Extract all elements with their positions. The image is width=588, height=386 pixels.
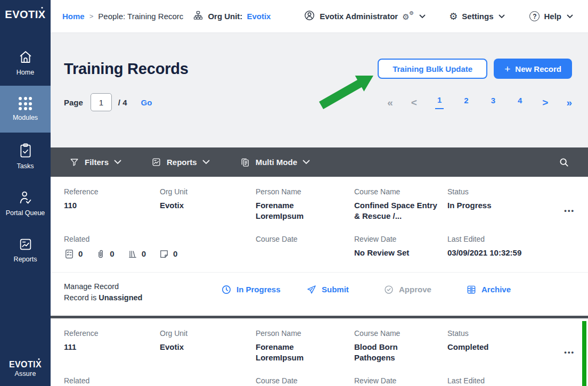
sidebar-item-tasks[interactable]: Tasks bbox=[0, 133, 51, 179]
help-question-icon: ? bbox=[529, 11, 540, 21]
tasks-clipboard-icon bbox=[18, 143, 33, 159]
submit-action-button[interactable]: Submit bbox=[306, 284, 383, 295]
breadcrumb-separator: > bbox=[89, 12, 94, 20]
manage-record-row: Manage Record Record is Unassigned In Pr… bbox=[51, 272, 588, 305]
checklist-doc-icon bbox=[64, 249, 75, 259]
pagination: « < 1 2 3 4 > » bbox=[387, 95, 572, 109]
pagination-page-1[interactable]: 1 bbox=[435, 95, 444, 109]
plus-icon: + bbox=[504, 64, 510, 74]
go-button[interactable]: Go bbox=[141, 98, 152, 107]
breadcrumb-home-link[interactable]: Home bbox=[62, 12, 85, 21]
settings-label: Settings bbox=[462, 12, 493, 21]
course-name-value: Confined Space Entry & Rescue /... bbox=[354, 200, 439, 222]
org-unit-field: Org Unit Evotix bbox=[160, 329, 256, 364]
reports-chart-icon bbox=[18, 237, 33, 252]
assignment-value: Unassigned bbox=[99, 293, 142, 302]
sidebar-item-modules[interactable]: Modules bbox=[0, 86, 51, 133]
multi-mode-copy-icon bbox=[240, 157, 250, 168]
filters-dropdown[interactable]: Filters bbox=[69, 157, 121, 167]
sidebar-item-reports[interactable]: Reports bbox=[0, 226, 51, 273]
archive-action-button[interactable]: Archive bbox=[466, 284, 511, 295]
record-more-menu-button[interactable]: ••• bbox=[564, 341, 575, 364]
filter-icon bbox=[69, 157, 79, 167]
record-card: Reference 111 Org Unit Evotix Person Nam… bbox=[51, 318, 588, 386]
approve-badge-icon bbox=[383, 284, 394, 295]
reference-value: 110 bbox=[64, 200, 151, 211]
last-edited-value: 03/09/2021 10:32:59 bbox=[447, 248, 544, 258]
clock-icon bbox=[221, 284, 232, 295]
related-notes-chip[interactable]: 0 bbox=[159, 249, 177, 259]
page-total: / 4 bbox=[118, 98, 127, 107]
course-name-field: Course Name Blood Born Pathogens bbox=[354, 329, 447, 364]
org-unit-value-link[interactable]: Evotix bbox=[247, 12, 271, 21]
pagination-prev-button[interactable]: < bbox=[411, 97, 417, 108]
list-toolbar: Filters Reports Multi Mode bbox=[51, 147, 588, 177]
search-icon[interactable] bbox=[558, 157, 570, 168]
reports-dropdown[interactable]: Reports bbox=[151, 157, 210, 167]
related-library-chip[interactable]: 0 bbox=[127, 249, 146, 259]
pagination-first-button[interactable]: « bbox=[387, 97, 393, 108]
user-menu[interactable]: Evotix Administrator ⚙⚙ bbox=[304, 10, 426, 23]
main-area: Home > People: Training Recorc Org Unit:… bbox=[51, 0, 588, 386]
content-area: Training Records Training Bulk Update +N… bbox=[51, 33, 588, 386]
pagination-page-3[interactable]: 3 bbox=[489, 96, 497, 109]
home-icon bbox=[18, 49, 34, 65]
record-more-menu-button[interactable]: ••• bbox=[564, 199, 575, 222]
report-chart-icon bbox=[151, 157, 161, 167]
status-value: Completed bbox=[447, 342, 544, 352]
record-is-label: Record is bbox=[64, 293, 96, 302]
portal-queue-person-icon bbox=[18, 190, 34, 206]
sidebar-item-home[interactable]: Home bbox=[0, 39, 51, 86]
course-name-field: Course Name Confined Space Entry & Rescu… bbox=[354, 187, 447, 222]
course-date-field: Course Date bbox=[256, 376, 354, 385]
multi-mode-dropdown[interactable]: Multi Mode bbox=[240, 157, 310, 168]
related-attachments-chip[interactable]: 0 bbox=[95, 249, 114, 259]
chevron-down-icon bbox=[567, 14, 573, 19]
course-date-field: Course Date bbox=[256, 235, 354, 259]
record-card: Reference 110 Org Unit Evotix Person Nam… bbox=[51, 177, 588, 316]
person-name-value: Forename LoremIpsum bbox=[256, 342, 330, 364]
chevron-down-icon bbox=[499, 14, 505, 19]
pagination-page-2[interactable]: 2 bbox=[462, 96, 470, 109]
org-unit-field: Org Unit Evotix bbox=[160, 187, 256, 222]
user-avatar-icon bbox=[304, 10, 315, 23]
reference-value: 111 bbox=[64, 342, 151, 352]
user-name: Evotix Administrator bbox=[320, 12, 398, 21]
person-name-field: Person Name Forename LoremIpsum bbox=[256, 329, 354, 364]
library-books-icon bbox=[127, 249, 138, 259]
course-name-value: Blood Born Pathogens bbox=[354, 342, 439, 364]
page-title: Training Records bbox=[64, 60, 189, 78]
modules-grid-icon bbox=[19, 97, 32, 110]
review-date-value: No Review Set bbox=[354, 248, 439, 258]
app-window: EVOTIX Home Modules Tasks bbox=[0, 0, 588, 386]
sidebar-item-label: Tasks bbox=[17, 162, 34, 170]
last-edited-field: Last Edited 03/09/2021 10:32:59 bbox=[447, 235, 552, 259]
sidebar-item-label: Modules bbox=[13, 114, 38, 121]
training-bulk-update-button[interactable]: Training Bulk Update bbox=[378, 59, 487, 79]
org-unit-value: Evotix bbox=[160, 342, 247, 352]
sidebar-item-label: Reports bbox=[14, 256, 37, 263]
new-record-button[interactable]: +New Record bbox=[494, 59, 572, 79]
pagination-last-button[interactable]: » bbox=[566, 97, 572, 108]
pagination-next-button[interactable]: > bbox=[542, 97, 548, 108]
settings-menu[interactable]: ⚙ Settings bbox=[449, 12, 505, 21]
sidebar: EVOTIX Home Modules Tasks bbox=[0, 0, 51, 386]
in-progress-action-button[interactable]: In Progress bbox=[221, 284, 306, 295]
sidebar-item-label: Home bbox=[17, 69, 34, 76]
paper-plane-icon bbox=[306, 284, 317, 295]
manage-record-label: Manage Record bbox=[64, 281, 221, 293]
sidebar-item-portal-queue[interactable]: Portal Queue bbox=[0, 179, 51, 226]
status-value: In Progress bbox=[447, 200, 544, 211]
approve-action-button: Approve bbox=[383, 284, 466, 295]
sidebar-nav: Home Modules Tasks Portal Queue bbox=[0, 39, 51, 273]
page-number-input[interactable] bbox=[91, 93, 112, 111]
related-checklist-chip[interactable]: 0 bbox=[64, 249, 83, 259]
related-field: Related 0 0 0 bbox=[64, 235, 256, 259]
status-field: Status Completed bbox=[447, 329, 552, 364]
related-field: Related bbox=[64, 376, 256, 385]
breadcrumb-current: People: Training Recorc bbox=[98, 12, 183, 21]
pagination-page-4[interactable]: 4 bbox=[516, 96, 524, 109]
chevron-down-icon bbox=[303, 160, 310, 165]
user-gears-icon: ⚙⚙ bbox=[402, 11, 414, 22]
help-menu[interactable]: ? Help bbox=[529, 11, 573, 21]
